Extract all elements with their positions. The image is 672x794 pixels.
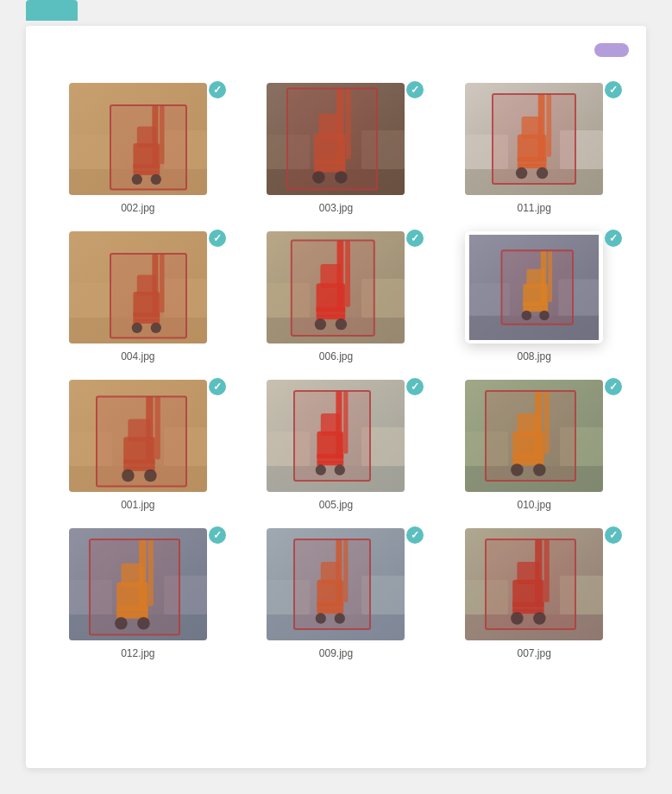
image-label: 001.jpg [121,499,154,511]
svg-rect-12 [110,105,186,190]
image-item[interactable]: 005.jpg [242,380,431,511]
image-item[interactable]: 004.jpg [43,231,233,362]
svg-rect-51 [110,254,186,338]
image-wrapper [465,380,603,492]
image-wrapper [465,83,603,195]
svg-rect-25 [287,89,377,190]
image-wrapper [69,231,207,343]
image-wrapper [465,528,603,640]
image-item[interactable]: 009.jpg [242,528,431,659]
svg-rect-129 [90,539,179,635]
svg-rect-41 [69,283,112,318]
image-label: 008.jpg [517,350,550,362]
image-wrapper [69,380,207,492]
image-label: 003.jpg [319,202,353,214]
app-container: 002.jpg 003.jpg [0,0,672,794]
svg-rect-103 [294,391,370,481]
image-wrapper [69,83,207,195]
svg-rect-2 [69,135,112,169]
main-panel: 002.jpg 003.jpg [26,26,646,768]
collection-tab[interactable] [26,0,78,21]
check-icon [605,378,622,395]
image-wrapper [267,83,405,195]
image-item[interactable]: 008.jpg [439,231,629,362]
image-label: 006.jpg [319,350,353,362]
svg-rect-116 [486,391,575,481]
batch-badge[interactable] [594,43,629,57]
image-item[interactable]: 003.jpg [242,83,431,214]
image-label: 005.jpg [319,499,353,511]
image-label: 012.jpg [121,647,154,659]
image-item[interactable]: 011.jpg [439,83,629,214]
image-wrapper [267,231,405,343]
image-item[interactable]: 010.jpg [439,380,629,511]
image-label: 010.jpg [517,499,550,511]
check-icon [605,81,622,98]
image-label: 002.jpg [121,202,154,214]
check-icon [406,526,424,544]
check-icon [406,81,424,98]
svg-rect-142 [294,539,370,629]
image-label: 009.jpg [319,647,353,659]
check-icon [406,378,424,395]
svg-rect-90 [97,397,186,487]
check-icon [406,230,424,247]
check-icon [209,81,226,98]
image-wrapper [69,528,207,640]
check-icon [209,378,226,395]
image-item[interactable]: 006.jpg [242,231,431,362]
check-icon [605,526,622,544]
image-wrapper [267,380,405,492]
svg-rect-38 [493,94,575,184]
image-label: 007.jpg [517,647,550,659]
image-label: 011.jpg [517,202,550,214]
check-icon [605,230,622,247]
svg-rect-155 [486,539,575,629]
image-item[interactable]: 012.jpg [43,528,233,659]
image-item[interactable]: 007.jpg [439,528,629,659]
image-item[interactable]: 001.jpg [43,380,233,511]
check-icon [209,526,226,544]
image-wrapper [465,231,603,343]
image-item[interactable]: 002.jpg [43,83,233,214]
check-icon [209,230,226,247]
image-wrapper [267,528,405,640]
svg-rect-77 [502,250,574,324]
image-label: 004.jpg [121,350,154,362]
svg-rect-64 [292,240,374,336]
images-grid: 002.jpg 003.jpg [43,83,629,659]
